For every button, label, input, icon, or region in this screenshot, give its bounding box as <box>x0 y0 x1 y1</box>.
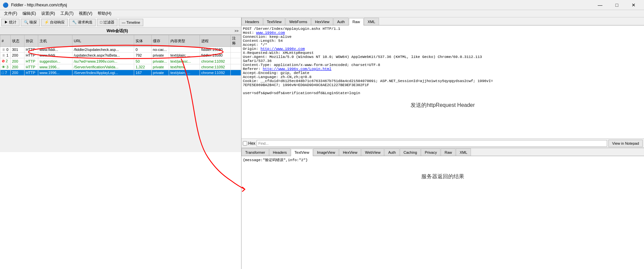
cell-cache: private... <box>151 58 169 64</box>
request-line-2: Host: www.1996v.com <box>243 31 643 35</box>
request-line-10: Content-Type: application/x-www-form-url… <box>243 63 643 67</box>
cell-body: 1,322 <box>134 64 151 70</box>
cell-protocol: HTTP <box>24 47 38 53</box>
tab-privacy[interactable]: Privacy <box>421 148 440 156</box>
table-row[interactable]: □ 7 200 HTTP www.1996... /Server/Index/A… <box>0 70 241 76</box>
cell-url: /Server/verification/Valida... <box>72 64 134 70</box>
request-line-14: Cookie: __cfduid=d6125ec048b71c67633467b… <box>243 79 643 83</box>
table-row[interactable]: ⊘ 2 200 HTTP suggestion... /su?wd=www.19… <box>0 58 241 64</box>
response-tab-bar: Transformer Headers TextView ImageView H… <box>241 148 644 156</box>
compose-button[interactable]: 🔧 请求构造 <box>69 19 96 26</box>
stats-button[interactable]: ▶ 统计 <box>1 19 19 26</box>
response-content: {message:"验证码错误",info:"2"} 服务器返回的结果 <box>241 156 644 269</box>
cell-host: suggestion... <box>38 58 72 64</box>
cell-cache: no-cac... <box>151 47 169 53</box>
maximize-button[interactable]: □ <box>609 0 625 10</box>
tab-xml[interactable]: XML <box>364 18 379 25</box>
sessions-table[interactable]: # 状态 协议 主机 URL 实体 缓存 内容类型 进程 注释 <box>0 35 241 152</box>
response-panel: Transformer Headers TextView ImageView H… <box>241 148 644 269</box>
cell-icon: ⊘ 2 <box>0 58 11 64</box>
menu-file[interactable]: 文件(F) <box>1 10 20 17</box>
tab-webforms[interactable]: WebForms <box>285 18 311 25</box>
col-header-url: URL <box>72 35 134 47</box>
left-annotation-area <box>0 152 241 269</box>
request-body: user=sdfs&pwd=sdfs&verification=sdfd&Log… <box>243 91 643 95</box>
cell-status: 301 <box>10 47 24 53</box>
request-line-7: X-Requested-With: XMLHttpRequest <box>243 51 643 55</box>
filters-button[interactable]: □ 过滤器 <box>97 19 117 26</box>
minimize-button[interactable]: — <box>592 0 608 10</box>
window-title: Fiddler - http://hexun.com/ctfysj <box>11 3 67 7</box>
table-row[interactable]: ⏸ 1 200 HTTP www.fiddi... /updatecheck.a… <box>0 53 241 58</box>
cell-comment <box>231 58 241 64</box>
cell-ctype: text/html <box>169 64 200 70</box>
tab-resp-raw[interactable]: Raw <box>441 148 455 156</box>
request-annotation: 发送的httpRequest Header <box>243 99 643 112</box>
tab-transformer[interactable]: Transformer <box>241 148 269 156</box>
title-bar-left: 🔵 Fiddler - http://hexun.com/ctfysj <box>3 2 67 8</box>
col-header-body: 实体 <box>134 35 151 47</box>
tab-imageview[interactable]: ImageView <box>313 148 339 156</box>
response-body-text: {message:"验证码错误",info:"2"} <box>243 157 643 162</box>
request-line-5: Accept: */* <box>243 43 643 47</box>
table-row[interactable]: 👁 3 200 HTTP www.1996... /Server/verific… <box>0 64 241 70</box>
cell-comment <box>231 64 241 70</box>
title-bar-controls: — □ ✕ <box>592 0 641 10</box>
tab-hexview[interactable]: HexView <box>311 18 333 25</box>
hex-label: Hex <box>243 140 255 147</box>
cell-ctype <box>169 47 200 53</box>
cell-protocol: HTTP <box>24 58 38 64</box>
tab-caching[interactable]: Caching <box>400 148 421 156</box>
cell-ctype: text/javasc... <box>169 58 200 64</box>
cell-protocol: HTTP <box>24 64 38 70</box>
cell-protocol: HTTP <box>24 70 38 76</box>
referer-link[interactable]: http://www.1996v.com/Login.html <box>263 67 331 71</box>
tab-resp-xml[interactable]: XML <box>456 148 471 156</box>
cell-comment <box>231 53 241 58</box>
sniff-button[interactable]: 🔍 嗅探 <box>21 19 40 26</box>
close-button[interactable]: ✕ <box>626 0 641 10</box>
host-link[interactable]: www.1996v.com <box>256 31 285 35</box>
request-line-4: Content-Length: 54 <box>243 39 643 43</box>
tab-webview[interactable]: WebView <box>361 148 384 156</box>
cell-icon: ⏸ 1 <box>0 53 11 58</box>
col-header-status: 状态 <box>10 35 24 47</box>
tab-raw[interactable]: Raw <box>349 18 364 25</box>
find-input[interactable] <box>257 140 607 147</box>
cell-body: 792 <box>134 53 151 58</box>
cell-icon: □ 7 <box>0 70 11 76</box>
tab-resp-headers[interactable]: Headers <box>269 148 291 156</box>
sessions-header: Web会话(5) >> <box>0 27 241 35</box>
request-line-8: User-Agent: Mozilla/5.0 (Windows NT 10.0… <box>243 55 643 59</box>
request-line-12: Accept-Encoding: gzip, deflate <box>243 71 643 75</box>
request-line-13: Accept-Language: zh-CN,zh;q=0.8 <box>243 75 643 79</box>
table-row[interactable]: ⏸ 0 301 HTTP www.fiddi... /fiddler2/upda… <box>0 47 241 53</box>
tab-textview[interactable]: TextView <box>263 18 285 25</box>
cell-status: 200 <box>10 70 24 76</box>
menu-view[interactable]: 视图(V) <box>76 10 95 17</box>
auto-response-button[interactable]: ⚡ 自动响应 <box>41 19 68 26</box>
left-panel: ▶ 统计 🔍 嗅探 ⚡ 自动响应 🔧 请求构造 □ 过滤器 — Timeline… <box>0 17 241 269</box>
hex-checkbox[interactable] <box>243 140 247 147</box>
view-in-notepad-button[interactable]: View in Notepad <box>608 140 643 147</box>
sessions-title: Web会话(5) <box>1 28 233 34</box>
timeline-button[interactable]: — Timeline <box>119 19 143 26</box>
cell-host: www.fiddi... <box>38 53 72 58</box>
cell-comment <box>231 47 241 53</box>
menu-tools[interactable]: 工具(T) <box>58 10 76 17</box>
menu-edit[interactable]: 编辑(E) <box>20 10 39 17</box>
tab-resp-hexview[interactable]: HexView <box>339 148 361 156</box>
cell-host: www.1996... <box>38 64 72 70</box>
origin-link[interactable]: http://www.1996v.com <box>261 47 305 51</box>
cell-cache: private <box>151 70 169 76</box>
collapse-button[interactable]: >> <box>233 28 240 33</box>
right-panel: Headers TextView WebForms HexView Auth R… <box>241 17 644 269</box>
tab-resp-auth[interactable]: Auth <box>384 148 399 156</box>
cell-host: www.1996... <box>38 70 72 76</box>
tab-auth[interactable]: Auth <box>333 18 348 25</box>
toolbar: ▶ 统计 🔍 嗅探 ⚡ 自动响应 🔧 请求构造 □ 过滤器 — Timeline <box>0 17 241 27</box>
menu-settings[interactable]: 设置(R) <box>39 10 58 17</box>
tab-resp-textview[interactable]: TextView <box>291 149 313 156</box>
menu-help[interactable]: 帮助(H) <box>95 10 114 17</box>
tab-headers[interactable]: Headers <box>241 18 263 25</box>
